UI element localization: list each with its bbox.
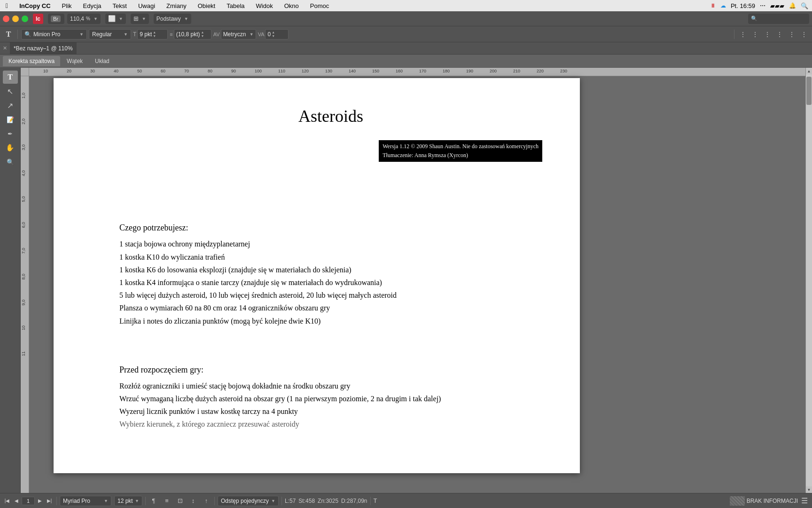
ruler-label-50: 50 [137, 69, 142, 73]
tab-uklad[interactable]: Układ [89, 56, 115, 66]
status-font-selector[interactable]: Myriad Pro ▼ [60, 496, 111, 506]
status-size-dropdown: ▼ [135, 499, 139, 503]
menu-obiekt[interactable]: Obiekt [196, 2, 218, 9]
tab-bar: ✕ *Bez nazwy–1 @ 110% [0, 42, 812, 55]
selection-tool[interactable]: ↖ [3, 85, 18, 98]
leading-spinner[interactable]: ▲ ▼ [201, 31, 204, 38]
maximize-button[interactable] [22, 16, 28, 22]
menu-tekst[interactable]: Tekst [111, 2, 129, 9]
leading-selector[interactable]: (10,8 pkt) ▲ ▼ [174, 29, 211, 40]
sep5 [370, 497, 371, 505]
eyedropper-icon: ✒ [8, 130, 13, 137]
kerning-spinner[interactable]: ▲ ▼ [272, 31, 275, 38]
ruler-label-160: 160 [396, 69, 403, 73]
font-name: Minion Pro [33, 31, 60, 38]
menu-edycja[interactable]: Edycja [81, 2, 103, 9]
align-justify-button[interactable]: ⋮ [774, 29, 785, 40]
close-button[interactable] [3, 16, 9, 22]
menu-pomoc[interactable]: Pomoc [308, 2, 331, 9]
apple-menu[interactable]:  [4, 2, 10, 9]
align-left-button[interactable]: ⋮ [738, 29, 748, 40]
status-icon2[interactable]: ≡ [162, 496, 172, 506]
align-center-button[interactable]: ⋮ [750, 29, 760, 40]
metrics-selector[interactable]: Metryczn ▼ [221, 29, 256, 40]
transform-control[interactable]: ⬜ ▼ [105, 14, 126, 24]
font-size-selector[interactable]: 9 pkt ▲ ▼ [137, 29, 168, 40]
canvas-area: 10 20 30 40 50 60 70 80 90 100 110 120 1… [21, 68, 812, 493]
layout-control[interactable]: ⊞ ▼ [131, 14, 149, 24]
status-icon3[interactable]: ⊡ [175, 496, 185, 506]
ruler-label-120: 120 [302, 69, 309, 73]
metrics-dropdown-icon: ▼ [250, 32, 254, 37]
bridge-button[interactable]: Br [48, 14, 64, 24]
leading-up-icon[interactable]: ▲ [201, 31, 204, 34]
hand-tool[interactable]: ✋ [3, 141, 18, 154]
tab-watek[interactable]: Wątek [61, 56, 88, 66]
font-style-selector[interactable]: Regular ▼ [89, 29, 131, 40]
ruler-label-190: 190 [466, 69, 473, 73]
text-tool-icon[interactable]: T [3, 29, 14, 40]
align-justify-all-button[interactable]: ⋮ [787, 29, 797, 40]
size-down-icon[interactable]: ▼ [153, 34, 156, 38]
note-tool[interactable]: 📝 [3, 113, 18, 126]
font-size-spinner[interactable]: ▲ ▼ [153, 31, 156, 38]
view-selector-label: Podstawy [156, 16, 181, 22]
right-scrollbar[interactable]: ▲ ▼ [805, 68, 812, 493]
menu-tabela[interactable]: Tabela [225, 2, 246, 9]
status-icon1[interactable]: ¶ [148, 496, 159, 506]
scroll-thumb[interactable] [806, 77, 812, 105]
kerning-down-icon[interactable]: ▼ [272, 34, 275, 38]
kerning-up-icon[interactable]: ▲ [272, 31, 275, 34]
toolbar-row1: Ic Br 110,4 % ▼ ⬜ ▼ ⊞ ▼ Podstawy ▼ 🔍 [0, 11, 812, 26]
status-menu-icon[interactable]: ☰ [800, 496, 809, 506]
sep4 [281, 497, 282, 505]
section1-heading: Czego potrzebujesz: [119, 223, 542, 233]
kerning-selector[interactable]: 0 ▲ ▼ [265, 29, 289, 40]
scroll-track[interactable] [806, 74, 812, 486]
scroll-down-arrow[interactable]: ▼ [806, 486, 812, 493]
first-page-button[interactable]: |◀ [3, 497, 11, 505]
ruler-label-10: 10 [43, 69, 48, 73]
tab-korekta[interactable]: Korekta szpaltowa [3, 56, 60, 66]
zoom-tool[interactable]: 🔍 [3, 155, 18, 168]
status-icon5[interactable]: ↑ [201, 496, 211, 506]
menu-uwagi[interactable]: Uwagi [136, 2, 157, 9]
next-page-button[interactable]: ▶ [36, 497, 44, 505]
menu-widok[interactable]: Widok [254, 2, 275, 9]
ruler-h-content: 10 20 30 40 50 60 70 80 90 100 110 120 1… [29, 68, 812, 76]
search-toolbar[interactable]: 🔍 [748, 14, 809, 24]
status-size-selector[interactable]: 12 pkt ▼ [114, 496, 142, 506]
align-justify-right-button[interactable]: ⋮ [799, 29, 809, 40]
last-page-button[interactable]: ▶| [45, 497, 54, 505]
layout-dropdown-icon: ▼ [142, 16, 146, 21]
zoom-control[interactable]: 110,4 % ▼ [67, 14, 101, 24]
status-icon4[interactable]: ↕ [188, 496, 198, 506]
menu-plik[interactable]: Plik [60, 2, 74, 9]
menu-zmiany[interactable]: Zmiany [164, 2, 188, 9]
leading-down-icon[interactable]: ▼ [201, 34, 204, 38]
view-selector[interactable]: Podstawy ▼ [154, 14, 191, 24]
status-spacing-selector[interactable]: Odstęp pojedynczy ▼ [218, 496, 279, 506]
ruler-v-110: 11 [21, 351, 26, 356]
wifi-icon: ⋅⋅⋅ [760, 2, 765, 9]
document-tab[interactable]: *Bez nazwy–1 @ 110% [10, 42, 77, 54]
menu-okno[interactable]: Okno [282, 2, 301, 9]
text-tool[interactable]: T [3, 71, 18, 84]
scroll-up-arrow[interactable]: ▲ [806, 68, 812, 74]
direct-select-tool[interactable]: ↗ [3, 99, 18, 112]
minimize-button[interactable] [12, 16, 19, 22]
zoom-tool-icon: 🔍 [7, 159, 14, 166]
prev-page-button[interactable]: ◀ [12, 497, 21, 505]
main-area: T ↖ ↗ 📝 ✒ ✋ 🔍 10 20 30 [0, 68, 812, 493]
search-menubar-icon[interactable]: 🔍 [801, 2, 808, 9]
ruler-label-20: 20 [67, 69, 71, 73]
size-up-icon[interactable]: ▲ [153, 31, 156, 34]
tab-close-button[interactable]: ✕ [0, 42, 10, 54]
section2-heading: Przed rozpoczęciem gry: [119, 365, 542, 375]
metrics-icon: AV [213, 32, 220, 37]
align-right-button[interactable]: ⋮ [762, 29, 773, 40]
ruler-corner [21, 68, 29, 76]
page-number-input[interactable]: 1 [22, 497, 35, 505]
eyedropper-tool[interactable]: ✒ [3, 127, 18, 140]
font-selector[interactable]: 🔍 Minion Pro ▼ [21, 29, 87, 40]
